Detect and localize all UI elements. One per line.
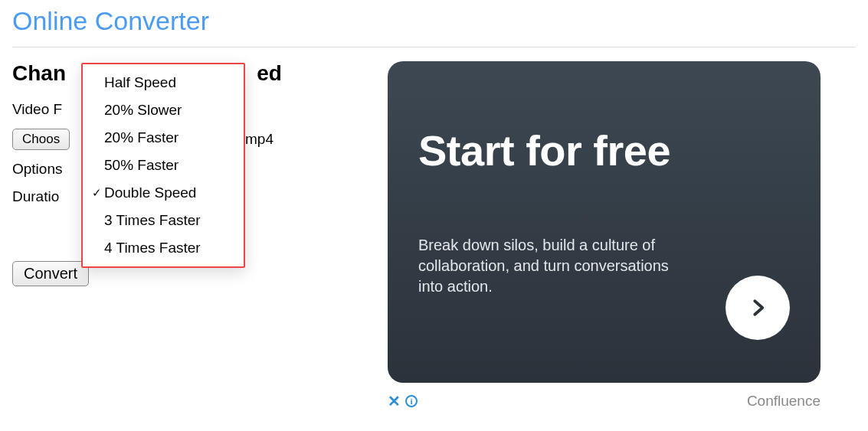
ad-arrow-button[interactable] [726, 276, 790, 340]
site-title[interactable]: Online Converter [12, 0, 856, 47]
ad-column: Start for free Break down silos, build a… [388, 61, 824, 410]
speed-option-label: 20% Slower [104, 102, 182, 119]
divider [12, 47, 856, 47]
speed-option[interactable]: 50% Faster [83, 152, 244, 179]
info-icon[interactable]: i [405, 395, 418, 407]
ad-card[interactable]: Start for free Break down silos, build a… [388, 61, 821, 383]
speed-option[interactable]: 4 Times Faster [83, 234, 244, 262]
speed-option-label: Half Speed [104, 74, 176, 91]
options-label: Options [12, 161, 62, 178]
speed-option[interactable]: 20% Slower [83, 96, 244, 124]
duration-label: Duratio [12, 188, 59, 205]
heading-right: ed [257, 61, 282, 85]
speed-option-label: 20% Faster [104, 129, 179, 146]
convert-button[interactable]: Convert [12, 261, 89, 286]
ad-headline: Start for free [418, 129, 790, 174]
speed-option-label: Double Speed [104, 184, 196, 201]
speed-option[interactable]: ✓Double Speed [83, 179, 244, 207]
ad-brand-label[interactable]: Confluence [747, 393, 821, 410]
speed-option[interactable]: 20% Faster [83, 124, 244, 152]
form-column: Chan xxxxxxxxxxxxxxx ed Video F Choos 0_… [12, 61, 365, 410]
chevron-right-icon [746, 296, 769, 319]
speed-option-label: 50% Faster [104, 157, 179, 174]
video-file-label: Video F [12, 101, 62, 118]
speed-option[interactable]: 3 Times Faster [83, 207, 244, 234]
speed-option[interactable]: Half Speed [83, 69, 244, 96]
speed-option-label: 4 Times Faster [104, 240, 201, 256]
ad-subtext: Break down silos, build a culture of col… [418, 235, 686, 297]
heading-left: Chan [12, 61, 66, 85]
choose-file-button[interactable]: Choos [12, 129, 70, 150]
check-icon: ✓ [89, 186, 104, 200]
speed-dropdown[interactable]: Half Speed20% Slower20% Faster50% Faster… [81, 63, 245, 268]
close-icon[interactable]: ✕ [388, 392, 401, 410]
speed-option-label: 3 Times Faster [104, 212, 201, 229]
